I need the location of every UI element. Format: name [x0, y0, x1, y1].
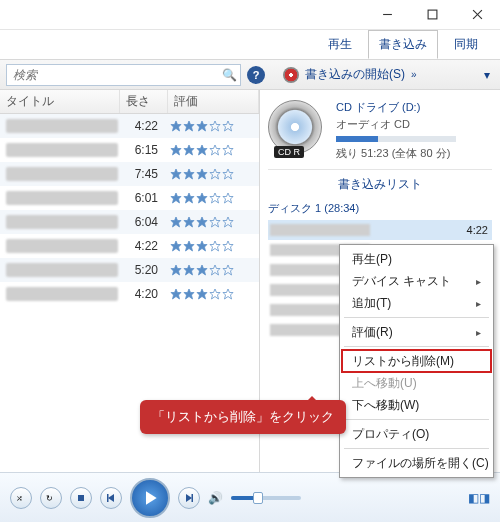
table-row[interactable]: 4:22	[0, 114, 259, 138]
svg-text:↻: ↻	[46, 494, 53, 503]
column-length[interactable]: 長さ	[120, 90, 168, 113]
play-button[interactable]	[130, 478, 170, 518]
menu-properties[interactable]: プロパティ(O)	[342, 423, 491, 445]
svg-marker-10	[184, 145, 194, 155]
menu-device-cast[interactable]: デバイス キャスト▸	[342, 270, 491, 292]
svg-marker-32	[210, 241, 220, 251]
svg-rect-1	[428, 10, 437, 19]
svg-rect-48	[107, 494, 109, 502]
svg-marker-16	[197, 169, 207, 179]
tab-sync[interactable]: 同期	[438, 30, 494, 59]
window-minimize-button[interactable]	[365, 0, 410, 28]
svg-marker-34	[171, 265, 181, 275]
table-row[interactable]: 4:20	[0, 282, 259, 306]
table-row[interactable]: 6:15	[0, 138, 259, 162]
volume-icon[interactable]: 🔊	[208, 491, 223, 505]
track-rating[interactable]	[166, 288, 234, 300]
tab-play[interactable]: 再生	[312, 30, 368, 59]
cd-info: CD R CD ドライブ (D:) オーディオ CD 残り 51:23 (全体 …	[268, 96, 492, 169]
start-burn-label: 書き込みの開始(S)	[305, 66, 405, 83]
track-length: 7:45	[118, 167, 166, 181]
track-rating[interactable]	[166, 120, 234, 132]
track-rating[interactable]	[166, 168, 234, 180]
menu-separator	[344, 448, 489, 449]
submenu-arrow-icon: ▸	[476, 276, 481, 287]
instruction-callout: 「リストから削除」をクリック	[140, 400, 346, 434]
menu-separator	[344, 419, 489, 420]
burn-disc-icon	[283, 67, 299, 83]
library-column-header: タイトル 長さ 評価	[0, 90, 259, 114]
table-row[interactable]: 4:22	[0, 234, 259, 258]
menu-rate[interactable]: 評価(R)▸	[342, 321, 491, 343]
toolbar: 🔍 ? 書き込みの開始(S) » ▾	[0, 60, 500, 90]
cd-meta: CD ドライブ (D:) オーディオ CD 残り 51:23 (全体 80 分)	[336, 100, 456, 161]
track-length: 6:04	[118, 215, 166, 229]
burn-options-dropdown[interactable]: ▾	[484, 68, 490, 82]
submenu-arrow-icon: ▸	[476, 298, 481, 309]
search-icon[interactable]: 🔍	[218, 68, 240, 82]
start-burn-button[interactable]: 書き込みの開始(S) »	[283, 66, 417, 83]
search-box[interactable]: 🔍	[6, 64, 241, 86]
svg-marker-22	[210, 193, 220, 203]
column-rating[interactable]: 評価	[168, 90, 259, 113]
burn-item-title-blurred	[270, 224, 370, 236]
svg-marker-12	[210, 145, 220, 155]
svg-marker-31	[197, 241, 207, 251]
track-length: 6:01	[118, 191, 166, 205]
column-title[interactable]: タイトル	[0, 90, 120, 113]
svg-marker-29	[171, 241, 181, 251]
menu-open-file-location[interactable]: ファイルの場所を開く(C)	[342, 452, 491, 474]
volume-slider[interactable]	[231, 496, 301, 500]
svg-marker-19	[171, 193, 181, 203]
prev-button[interactable]	[100, 487, 122, 509]
shuffle-button[interactable]: ⤮	[10, 487, 32, 509]
track-title-blurred	[6, 215, 118, 229]
track-rating[interactable]	[166, 192, 234, 204]
svg-marker-6	[197, 121, 207, 131]
table-row[interactable]: 6:04	[0, 210, 259, 234]
svg-marker-9	[171, 145, 181, 155]
menu-move-down[interactable]: 下へ移動(W)	[342, 394, 491, 416]
track-rating[interactable]	[166, 264, 234, 276]
table-row[interactable]: 7:45	[0, 162, 259, 186]
cd-drive-label[interactable]: CD ドライブ (D:)	[336, 100, 456, 115]
svg-marker-35	[184, 265, 194, 275]
track-title-blurred	[6, 191, 118, 205]
svg-marker-24	[171, 217, 181, 227]
search-input[interactable]	[7, 68, 218, 82]
window-close-button[interactable]	[455, 0, 500, 28]
stop-button[interactable]	[70, 487, 92, 509]
window-maximize-button[interactable]	[410, 0, 455, 28]
list-item[interactable]: 4:22	[268, 220, 492, 240]
help-button[interactable]: ?	[247, 66, 265, 84]
cd-badge: CD R	[274, 146, 304, 158]
table-row[interactable]: 5:20	[0, 258, 259, 282]
view-switch-icon[interactable]: ◧◨	[468, 491, 490, 505]
track-length: 4:20	[118, 287, 166, 301]
next-button[interactable]	[178, 487, 200, 509]
svg-text:⤮: ⤮	[16, 494, 23, 503]
svg-marker-17	[210, 169, 220, 179]
table-row[interactable]: 6:01	[0, 186, 259, 210]
cd-type-label: オーディオ CD	[336, 117, 456, 132]
svg-marker-41	[197, 289, 207, 299]
chevron-right-icon: »	[411, 69, 417, 80]
track-rating[interactable]	[166, 240, 234, 252]
repeat-button[interactable]: ↻	[40, 487, 62, 509]
svg-marker-47	[108, 494, 114, 502]
track-title-blurred	[6, 263, 118, 277]
svg-marker-37	[210, 265, 220, 275]
track-rating[interactable]	[166, 216, 234, 228]
track-rating[interactable]	[166, 144, 234, 156]
svg-marker-38	[223, 265, 233, 275]
svg-marker-4	[171, 121, 181, 131]
menu-remove-from-list[interactable]: リストから削除(M)	[342, 350, 491, 372]
tab-burn[interactable]: 書き込み	[368, 30, 438, 59]
track-length: 5:20	[118, 263, 166, 277]
cd-art: CD R	[268, 100, 326, 158]
burn-disc-label[interactable]: ディスク 1 (28:34)	[268, 199, 492, 220]
menu-play[interactable]: 再生(P)	[342, 248, 491, 270]
track-title-blurred	[6, 287, 118, 301]
menu-separator	[344, 346, 489, 347]
menu-add[interactable]: 追加(T)▸	[342, 292, 491, 314]
